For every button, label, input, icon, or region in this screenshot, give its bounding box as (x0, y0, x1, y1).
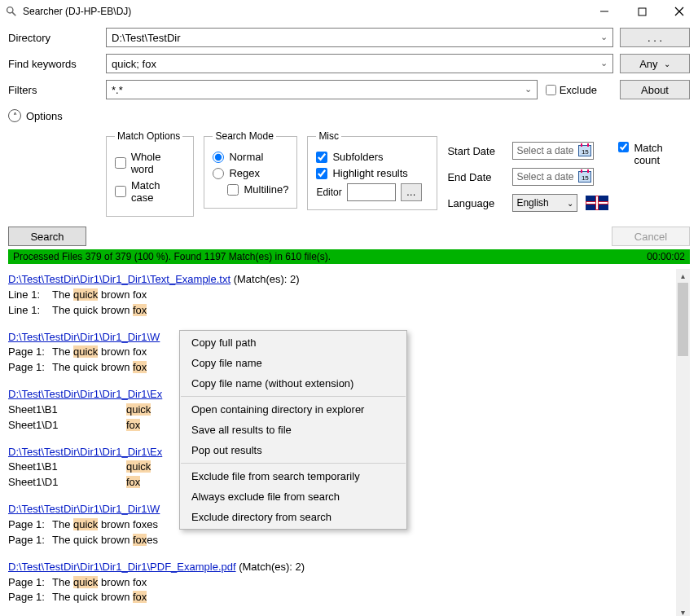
result-match-count: (Match(es): 2) (230, 273, 300, 285)
result-line-text: The quick brown fox (52, 360, 147, 376)
result-line: Page 1:The quick brown foxes (8, 533, 690, 548)
result-line-text: quick (126, 403, 151, 418)
filters-input[interactable]: *.* ⌄ (106, 80, 538, 99)
cancel-button[interactable]: Cancel (612, 227, 690, 246)
calendar-icon: 15 (578, 171, 591, 183)
subfolders-checkbox[interactable]: Subfolders (316, 151, 428, 163)
language-select[interactable]: English ⌄ (512, 194, 577, 212)
status-bar: Processed Files 379 of 379 (100 %). Foun… (8, 249, 690, 264)
normal-radio[interactable]: Normal (213, 151, 288, 163)
result-line-text: fox (126, 418, 140, 433)
end-date-label: End Date (447, 171, 504, 183)
result-line-label: Page 1: (8, 345, 47, 360)
filters-value: *.* (112, 84, 123, 96)
scroll-down-button[interactable]: ▾ (676, 605, 690, 616)
highlight: quick (73, 345, 98, 358)
result-file-link[interactable]: D:\Test\TestDir\Dir1\Dir1_Dir1\Text_Exam… (8, 273, 230, 285)
start-date-input[interactable]: Select a date 15 (512, 142, 594, 160)
ctx-always-exclude[interactable]: Always exclude file from search (180, 486, 406, 507)
ctx-open-containing[interactable]: Open containing directory in explorer (180, 399, 406, 420)
ctx-copy-file-name[interactable]: Copy file name (180, 353, 406, 373)
ctx-copy-full-path[interactable]: Copy full path (180, 332, 406, 353)
regex-radio[interactable]: Regex (213, 167, 288, 179)
calendar-icon: 15 (578, 145, 591, 156)
directory-label: Directory (8, 32, 106, 44)
start-date-label: Start Date (447, 145, 504, 157)
ctx-exclude-dir[interactable]: Exclude directory from search (180, 507, 406, 527)
ctx-save-all[interactable]: Save all results to file (180, 420, 406, 440)
highlight-results-checkbox[interactable]: Highlight results (316, 167, 428, 179)
result-file-link[interactable]: D:\Test\TestDir\Dir1\Dir1_Dir1\Ex (8, 388, 162, 400)
scroll-up-button[interactable]: ▴ (676, 269, 690, 283)
result-file-link[interactable]: D:\Test\TestDir\Dir1\Dir1_Dir1\W (8, 503, 160, 515)
chevron-down-icon: ⌄ (600, 58, 608, 68)
chevron-down-icon: ⌄ (664, 59, 670, 68)
context-menu: Copy full path Copy file name Copy file … (179, 330, 407, 530)
highlight: fox (126, 476, 140, 488)
match-options-group: Match Options Whole word Match case (106, 130, 194, 217)
chevron-up-icon: ˄ (8, 109, 21, 122)
result-line-label: Page 1: (8, 590, 47, 605)
result-line-label: Sheet1\B1 (8, 403, 126, 418)
match-case-checkbox[interactable]: Match case (115, 179, 185, 204)
end-date-input[interactable]: Select a date 15 (512, 168, 594, 186)
browse-directory-button[interactable]: . . . (620, 28, 690, 47)
svg-line-1 (12, 12, 15, 15)
ctx-exclude-temp[interactable]: Exclude file from search temporarily (180, 466, 406, 486)
browse-editor-button[interactable]: … (401, 183, 422, 201)
filters-label: Filters (8, 84, 106, 96)
chevron-down-icon: ⌄ (600, 32, 608, 42)
result-line-text: The quick brown fox (52, 590, 147, 605)
result-line-label: Sheet1\B1 (8, 460, 126, 475)
result-line-text: quick (126, 460, 151, 475)
highlight: quick (73, 518, 98, 530)
result-file-link[interactable]: D:\Test\TestDir\Dir1\Dir1_Dir1\PDF_Examp… (8, 561, 236, 573)
whole-word-checkbox[interactable]: Whole word (115, 151, 185, 175)
about-button[interactable]: About (620, 80, 690, 99)
result-line-text: The quick brown fox (52, 345, 147, 360)
result-line-label: Sheet1\D1 (8, 475, 126, 491)
keywords-value: quick; fox (112, 58, 156, 70)
language-label: Language (447, 197, 504, 209)
window-title: Searcher (DJ-HP-EB\DJ) (23, 6, 131, 17)
exclude-checkbox[interactable]: Exclude (546, 84, 597, 96)
any-button[interactable]: Any ⌄ (620, 54, 690, 73)
scrollbar[interactable]: ▴ ▾ (676, 269, 690, 616)
options-toggle[interactable]: ˄ Options (0, 106, 698, 130)
editor-input[interactable] (347, 183, 396, 201)
highlight: quick (73, 288, 98, 301)
highlight: fox (133, 361, 147, 373)
result-file-link[interactable]: D:\Test\TestDir\Dir1\Dir1_Dir1\Ex (8, 446, 162, 458)
scroll-thumb[interactable] (678, 283, 688, 356)
search-button[interactable]: Search (8, 227, 86, 246)
maximize-button[interactable] (623, 0, 661, 23)
highlight: quick (126, 403, 151, 416)
result-line: Page 1:The quick brown fox (8, 575, 690, 591)
multiline-checkbox[interactable]: Multiline? (227, 183, 288, 196)
result-line-text: The quick brown fox (52, 303, 147, 319)
result-line-label: Page 1: (8, 533, 47, 548)
uk-flag-icon (586, 196, 608, 210)
highlight: quick (73, 576, 98, 588)
close-button[interactable] (661, 0, 698, 23)
directory-input[interactable]: D:\Test\TestDir ⌄ (106, 28, 613, 47)
misc-group: Misc Subfolders Highlight results Editor… (307, 130, 437, 210)
separator (181, 463, 406, 464)
result-block: D:\Test\TestDir\Dir1\Dir1_Dir1\Text_Exam… (8, 272, 690, 319)
app-icon (5, 5, 18, 18)
result-line-label: Sheet1\D1 (8, 418, 126, 433)
keywords-input[interactable]: quick; fox ⌄ (106, 54, 613, 73)
search-mode-group: Search Mode Normal Regex Multiline? (204, 130, 297, 209)
directory-value: D:\Test\TestDir (112, 32, 181, 44)
match-count-checkbox[interactable]: Match count (618, 130, 690, 166)
highlight: fox (133, 534, 147, 546)
minimize-button[interactable] (586, 0, 623, 23)
result-file-link[interactable]: D:\Test\TestDir\Dir1\Dir1_Dir1\W (8, 331, 160, 343)
ctx-pop-out[interactable]: Pop out results (180, 440, 406, 460)
result-line-text: The quick brown foxes (52, 517, 158, 533)
separator (181, 396, 406, 397)
ctx-copy-file-name-noext[interactable]: Copy file name (without extension) (180, 373, 406, 394)
find-keywords-label: Find keywords (8, 58, 106, 70)
highlight: fox (133, 591, 147, 603)
result-line-text: The quick brown fox (52, 288, 147, 303)
